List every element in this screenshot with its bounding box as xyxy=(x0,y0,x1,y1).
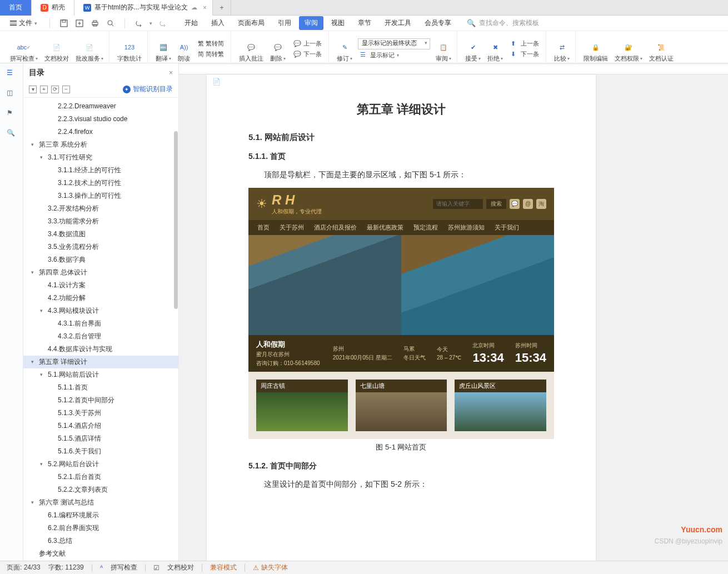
tab-new[interactable]: + xyxy=(213,0,231,16)
toc-item[interactable]: 5.2.2.文章列表页 xyxy=(23,483,178,496)
toc-item[interactable]: ▾第四章 总体设计 xyxy=(23,266,178,279)
page-number[interactable]: 页面: 24/33 xyxy=(7,563,41,572)
toc-item[interactable]: 5.2.1.后台首页 xyxy=(23,471,178,483)
toc-item[interactable]: 2.2.3.visual studio code xyxy=(23,113,178,126)
chevron-down-icon[interactable]: ▾ xyxy=(40,306,46,316)
site-nav-item[interactable]: 预定流程 xyxy=(413,223,438,232)
ribbon-tab-2[interactable]: 页面布局 xyxy=(232,16,270,30)
ribbon-tab-6[interactable]: 章节 xyxy=(352,16,377,30)
weibo-icon[interactable]: @ xyxy=(523,199,533,209)
toc-item[interactable]: 5.1.6.关于我们 xyxy=(23,445,178,458)
ribbon-tab-3[interactable]: 引用 xyxy=(272,16,297,30)
tab-document[interactable]: W 基于html的苏...与实现 毕业论文 ☁ × xyxy=(74,0,213,16)
save-as-icon[interactable] xyxy=(74,18,84,28)
reject-button[interactable]: ✖拒绝▾ xyxy=(486,35,504,63)
toc-item[interactable]: 6.2.前台界面实现 xyxy=(23,522,178,535)
accept-button[interactable]: ✔接受▾ xyxy=(464,35,482,63)
toc-item[interactable]: 3.6.数据字典 xyxy=(23,253,178,266)
toc-item[interactable]: ▾4.3.网站模块设计 xyxy=(23,305,178,317)
delete-comment-button[interactable]: 💬删除▾ xyxy=(269,35,287,63)
site-search-input[interactable] xyxy=(433,199,483,209)
card[interactable]: 虎丘山风景区 xyxy=(455,380,546,431)
missing-fonts[interactable]: ⚠缺失字体 xyxy=(253,563,288,572)
search-icon[interactable]: 🔍 xyxy=(7,129,17,139)
toc-close-icon[interactable]: × xyxy=(169,69,173,77)
print-icon[interactable] xyxy=(90,18,100,28)
toc-refresh[interactable]: ⟳ xyxy=(51,86,59,93)
check-status[interactable]: 文档校对 xyxy=(167,563,194,572)
toc-item[interactable]: 3.2.开发结构分析 xyxy=(23,202,178,215)
toc-item[interactable]: 5.1.1.首页 xyxy=(23,381,178,394)
site-search-button[interactable]: 搜索 xyxy=(486,199,506,209)
spell-status[interactable]: 拼写检查 xyxy=(111,563,137,572)
toc-item[interactable]: 3.1.2.技术上的可行性 xyxy=(23,177,178,189)
toc-item[interactable]: 3.5.业务流程分析 xyxy=(23,241,178,253)
ribbon-tab-7[interactable]: 开发工具 xyxy=(379,16,417,30)
undo-icon[interactable] xyxy=(134,18,144,28)
chevron-down-icon[interactable]: ▾ xyxy=(31,357,37,367)
card[interactable]: 七里山塘 xyxy=(356,380,447,431)
spell-check-button[interactable]: abc✓拼写检查▾ xyxy=(9,35,39,63)
ribbon-tab-0[interactable]: 开始 xyxy=(179,16,203,30)
toc-item[interactable]: 4.3.2.后台管理 xyxy=(23,330,178,343)
card[interactable]: 周庄古镇 xyxy=(256,380,348,431)
toc-item[interactable]: ▾3.1.可行性研究 xyxy=(23,151,178,164)
toc-item[interactable]: 4.1.设计方案 xyxy=(23,279,178,292)
site-nav-item[interactable]: 首页 xyxy=(257,223,270,232)
toc-item[interactable]: 6.3.总结 xyxy=(23,535,178,547)
tab-home[interactable]: 首页 xyxy=(0,0,32,16)
taobao-icon[interactable]: 淘 xyxy=(536,199,546,209)
restrict-edit-button[interactable]: 🔒限制编辑 xyxy=(582,35,609,63)
read-aloud-button[interactable]: A))朗读 xyxy=(177,35,191,63)
site-nav-item[interactable]: 苏州旅游须知 xyxy=(448,223,485,232)
site-nav-item[interactable]: 关于苏州 xyxy=(280,223,304,232)
chevron-down-icon[interactable]: ▾ xyxy=(31,497,37,508)
prev-comment[interactable]: 💬上一条 xyxy=(291,39,324,48)
doc-check-button[interactable]: 📄文档校对 xyxy=(43,35,70,63)
trad-to-simp[interactable]: 繁 繁转简 xyxy=(196,39,226,48)
save-icon[interactable] xyxy=(59,18,69,28)
toc-item[interactable]: 2.2.2.Dreamweaver xyxy=(23,100,178,113)
toc-item[interactable]: 致 谢 xyxy=(23,560,178,561)
toc-item[interactable]: ▾5.1.网站前后设计 xyxy=(23,368,178,381)
bookmark-icon[interactable]: ◫ xyxy=(7,89,17,99)
chevron-down-icon[interactable]: ▾ xyxy=(31,267,37,278)
file-menu[interactable]: 文件 ▾ xyxy=(7,18,41,28)
toc-item[interactable]: 2.2.4.firefox xyxy=(23,126,178,138)
toc-item[interactable]: 5.1.4.酒店介绍 xyxy=(23,420,178,432)
print-preview-icon[interactable] xyxy=(106,18,116,28)
toc-item[interactable]: 6.1.编程环境展示 xyxy=(23,509,178,522)
toc-item[interactable]: 4.3.1.前台界面 xyxy=(23,317,178,330)
word-count[interactable]: 字数: 11239 xyxy=(48,563,84,572)
ribbon-tab-1[interactable]: 插入 xyxy=(206,16,230,30)
outline-icon[interactable]: ☰ xyxy=(7,69,17,79)
flag-icon[interactable]: ⚑ xyxy=(7,109,17,119)
translate-button[interactable]: 🔤翻译▾ xyxy=(154,35,172,63)
ribbon-tab-8[interactable]: 会员专享 xyxy=(419,16,457,30)
toc-item[interactable]: ▾第五章 详细设计 xyxy=(23,356,178,368)
redo-icon[interactable] xyxy=(158,18,168,28)
chevron-down-icon[interactable]: ▾ xyxy=(40,370,46,380)
markup-view-select[interactable]: 显示标记的最终状态 xyxy=(358,38,430,49)
prev-change[interactable]: ⬆上一条 xyxy=(508,39,541,48)
toc-item[interactable]: 3.1.3.操作上的可行性 xyxy=(23,189,178,202)
site-nav-item[interactable]: 酒店介绍及报价 xyxy=(314,223,357,232)
toc-item[interactable]: ▾第六章 测试与总结 xyxy=(23,496,178,509)
toc-item[interactable]: 4.2.功能分解 xyxy=(23,292,178,305)
show-markup[interactable]: ☰显示标记▾ xyxy=(358,51,430,60)
toc-item[interactable]: 5.1.2.首页中间部分 xyxy=(23,394,178,407)
toc-item[interactable]: 4.4.数据库设计与实现 xyxy=(23,343,178,356)
track-changes-button[interactable]: ✎修订▾ xyxy=(336,35,353,63)
word-count-button[interactable]: 123字数统计 xyxy=(116,35,143,63)
insert-comment-button[interactable]: 💬插入批注 xyxy=(238,35,265,63)
site-nav-item[interactable]: 最新优惠政策 xyxy=(367,223,403,232)
toc-item[interactable]: 3.3.功能需求分析 xyxy=(23,215,178,228)
doc-cert-button[interactable]: 📜文档认证 xyxy=(648,35,675,63)
tab-close[interactable]: × xyxy=(201,4,209,12)
toc-collapse-all[interactable]: ▾ xyxy=(29,86,37,93)
revision-service-button[interactable]: 📄批改服务▾ xyxy=(74,35,104,63)
command-search[interactable]: 🔍 查找命令、搜索模板 xyxy=(467,18,539,28)
tab-daoqiao[interactable]: D稻壳 xyxy=(32,0,74,16)
toc-item[interactable]: 5.1.5.酒店详情 xyxy=(23,432,178,445)
ribbon-tab-4[interactable]: 审阅 xyxy=(299,16,323,30)
